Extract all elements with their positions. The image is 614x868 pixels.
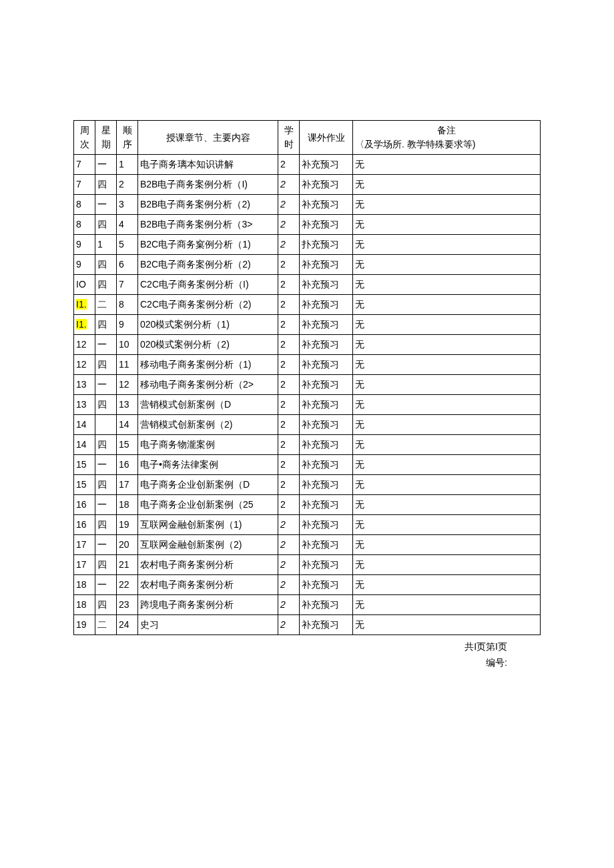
cell-week: 7 xyxy=(74,175,95,195)
cell-day: 一 xyxy=(95,155,117,175)
cell-week: 13 xyxy=(74,395,95,415)
cell-week: 14 xyxy=(74,435,95,455)
cell-hours: 2 xyxy=(278,415,300,435)
table-header: 周次 星期 顺序 授课章节、主要内容 学时 课外作业 备注 〈及学场所. 教学特… xyxy=(74,121,541,155)
cell-content: 电子商务企业创新案例（25 xyxy=(138,495,278,515)
cell-hours: 2 xyxy=(278,495,300,515)
cell-week: 13 xyxy=(74,375,95,395)
cell-hours: 2 xyxy=(278,175,300,195)
cell-hours: 2 xyxy=(278,455,300,475)
cell-order: 11 xyxy=(117,355,138,375)
table-row: IO四7C2C电子商务案例分析（I)2补充预习无 xyxy=(74,275,541,295)
cell-order: 14 xyxy=(117,415,138,435)
cell-hours: 2 xyxy=(278,215,300,235)
cell-content: C2C电子商务案例分析（I) xyxy=(138,275,278,295)
header-content: 授课章节、主要内容 xyxy=(138,121,278,155)
cell-hours: 2 xyxy=(278,575,300,595)
cell-day: 四 xyxy=(95,175,117,195)
cell-day: 一 xyxy=(95,195,117,215)
header-homework: 课外作业 xyxy=(300,121,353,155)
header-order: 顺序 xyxy=(117,121,138,155)
cell-order: 2 xyxy=(117,175,138,195)
cell-content: 移动电子商务案例分析（1) xyxy=(138,355,278,375)
cell-week: 9 xyxy=(74,235,95,255)
cell-content: 农村电子商务案例分析 xyxy=(138,575,278,595)
cell-content: B2C电子商务窠例分析（1) xyxy=(138,235,278,255)
cell-order: 10 xyxy=(117,335,138,355)
schedule-table: 周次 星期 顺序 授课章节、主要内容 学时 课外作业 备注 〈及学场所. 教学特… xyxy=(73,120,541,635)
table-row: 19二24史习2补充预习无 xyxy=(74,615,541,635)
cell-day: 一 xyxy=(95,335,117,355)
cell-hours: 2 xyxy=(278,395,300,415)
cell-homework: 补充预习 xyxy=(300,515,353,535)
cell-homework: 补充预习 xyxy=(300,315,353,335)
cell-day: 四 xyxy=(95,435,117,455)
cell-week: 16 xyxy=(74,495,95,515)
cell-day: 四 xyxy=(95,275,117,295)
cell-homework: 补充预习 xyxy=(300,475,353,495)
cell-note: 无 xyxy=(353,215,541,235)
cell-content: 营销模式创新案例（2) xyxy=(138,415,278,435)
cell-order: 20 xyxy=(117,535,138,555)
cell-order: 5 xyxy=(117,235,138,255)
header-note-line2: 〈及学场所. 教学特殊要求等) xyxy=(355,137,538,151)
cell-homework: 补充预习 xyxy=(300,215,353,235)
cell-note: 无 xyxy=(353,355,541,375)
cell-content: 电子商务物瀧案例 xyxy=(138,435,278,455)
cell-order: 21 xyxy=(117,555,138,575)
cell-hours: 2 xyxy=(278,315,300,335)
cell-content: 史习 xyxy=(138,615,278,635)
cell-day: 四 xyxy=(95,475,117,495)
cell-content: C2C电子商务案例分析（2) xyxy=(138,295,278,315)
cell-note: 无 xyxy=(353,495,541,515)
cell-order: 15 xyxy=(117,435,138,455)
cell-content: 电子商务企业创新案例（D xyxy=(138,475,278,495)
cell-note: 无 xyxy=(353,615,541,635)
cell-day: 一 xyxy=(95,375,117,395)
cell-homework: 补充预习 xyxy=(300,155,353,175)
cell-hours: 2 xyxy=(278,595,300,615)
cell-order: 4 xyxy=(117,215,138,235)
cell-hours: 2 xyxy=(278,555,300,575)
table-row: 915B2C电子商务窠例分析（1)2扑充预习无 xyxy=(74,235,541,255)
table-row: 8四4B2B电子商务案例分析（3>2补充预习无 xyxy=(74,215,541,235)
cell-week: 18 xyxy=(74,575,95,595)
cell-content: 农村电子商务案例分析 xyxy=(138,555,278,575)
cell-homework: 补充预习 xyxy=(300,535,353,555)
cell-hours: 2 xyxy=(278,155,300,175)
cell-hours: 2 xyxy=(278,355,300,375)
table-row: 16一18电子商务企业创新案例（252补充预习无 xyxy=(74,495,541,515)
cell-week: 12 xyxy=(74,335,95,355)
table-row: 8一3B2B电子商务案例分析（2)2补充预习无 xyxy=(74,195,541,215)
cell-order: 3 xyxy=(117,195,138,215)
cell-homework: 补充预习 xyxy=(300,375,353,395)
cell-hours: 2 xyxy=(278,535,300,555)
cell-note: 无 xyxy=(353,295,541,315)
table-row: 7四2B2B电子商务案例分析（I)2补充预习无 xyxy=(74,175,541,195)
cell-homework: 补充预习 xyxy=(300,195,353,215)
cell-note: 无 xyxy=(353,435,541,455)
table-row: I1.四9020模式案例分析（1)2补充预习无 xyxy=(74,315,541,335)
cell-homework: 补充预习 xyxy=(300,455,353,475)
cell-day: 四 xyxy=(95,555,117,575)
cell-homework: 补充预习 xyxy=(300,595,353,615)
cell-order: 24 xyxy=(117,615,138,635)
cell-order: 9 xyxy=(117,315,138,335)
cell-note: 无 xyxy=(353,235,541,255)
page: 周次 星期 顺序 授课章节、主要内容 学时 课外作业 备注 〈及学场所. 教学特… xyxy=(0,0,614,698)
cell-day: 四 xyxy=(95,355,117,375)
cell-hours: 2 xyxy=(278,255,300,275)
cell-content: B2B电子商务案例分析（I) xyxy=(138,175,278,195)
cell-day: 四 xyxy=(95,395,117,415)
table-row: 18一22农村电子商务案例分析2补充预习无 xyxy=(74,575,541,595)
cell-homework: 补充预习 xyxy=(300,275,353,295)
table-row: 17四21农村电子商务案例分析2补充预习无 xyxy=(74,555,541,575)
cell-content: 营销模式创新案例（D xyxy=(138,395,278,415)
cell-day xyxy=(95,415,117,435)
cell-order: 23 xyxy=(117,595,138,615)
cell-homework: 补充预习 xyxy=(300,435,353,455)
cell-week: 15 xyxy=(74,475,95,495)
cell-note: 无 xyxy=(353,375,541,395)
cell-content: 移动电子商务案例分析（2> xyxy=(138,375,278,395)
cell-week: 18 xyxy=(74,595,95,615)
